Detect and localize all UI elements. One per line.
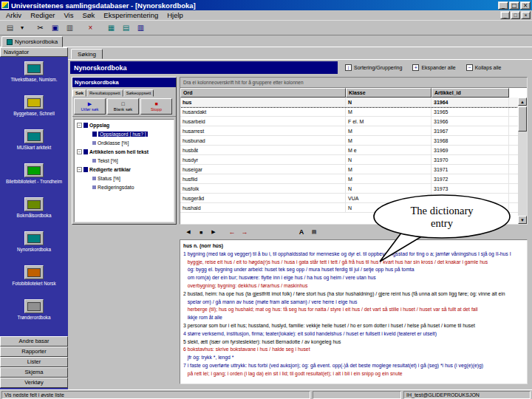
table-row[interactable]: husandaktM31965 [180, 107, 518, 117]
clear-search-button[interactable]: □ Blank søk [107, 98, 139, 115]
menu-item[interactable]: Arkiv [1, 10, 26, 20]
tab-soking[interactable]: Søking [71, 49, 103, 59]
table-row[interactable]: husbunadM31968 [180, 136, 518, 146]
scrollbar-thumb[interactable] [518, 106, 527, 132]
field-icon [83, 149, 88, 154]
menu-item[interactable]: Eksperimentering [99, 10, 163, 20]
maximize-button[interactable]: □ [509, 1, 519, 10]
tab-nynorskordboka[interactable]: Nynorskordboka [1, 36, 63, 47]
prev-entry-icon[interactable]: ← [226, 227, 238, 237]
navigator-item[interactable]: Tilvekstbase, Numism. [0, 59, 68, 93]
search-panel: Nynorskordboka SøkResultatoppsettSøkeopp… [72, 77, 177, 225]
table-row[interactable]: husgerådVUA31974 [180, 194, 518, 203]
database-icon [24, 61, 44, 75]
navigator-item[interactable]: Bokmålsordboka [0, 195, 68, 229]
column-view-icon[interactable]: ▤ [119, 21, 133, 34]
navigator-item[interactable]: MUSkart arkitekt [0, 127, 68, 161]
tree-item-label: Oppslag [89, 123, 109, 128]
table-row[interactable]: husbåtM e31969 [180, 146, 518, 155]
tree-item[interactable]: − Tekst [%] [75, 156, 173, 165]
table-row[interactable]: husarrestM31967 [180, 126, 518, 136]
tree-item[interactable]: − Ordklasse [%] [75, 138, 173, 147]
next-entry-icon[interactable]: → [239, 227, 250, 237]
collapse-all-button[interactable]: − Kollaps alle [462, 63, 506, 72]
menus: ArkivRedigerVisSøkEksperimenteringHjelp [1, 10, 188, 20]
column-header[interactable]: Artikkel_id [432, 88, 509, 98]
sort-group-button[interactable]: ↕ Sortering/Gruppering [341, 63, 406, 72]
table-row[interactable]: huseigarM31971 [180, 165, 518, 174]
navigator-item[interactable]: Nynorskordboka [0, 229, 68, 263]
database-icon [24, 265, 44, 279]
header-button-label: Sortering/Gruppering [354, 65, 402, 70]
run-search-button[interactable]: ▶ Utfør søk [74, 98, 106, 115]
new-record-icon[interactable]: ▤ [3, 21, 17, 34]
child-restore-button[interactable]: □ [511, 11, 520, 19]
child-close-button[interactable]: × [521, 11, 531, 19]
table-row[interactable]: husarbeidF el. M31966 [180, 117, 518, 126]
menu-item[interactable]: Rediger [26, 10, 59, 20]
tree-item-label: Oppslagsord [ hus? ] [98, 132, 148, 137]
table-row[interactable]: husfolkN31973 [180, 184, 518, 194]
search-panel-tab[interactable]: Resultatoppsett [86, 89, 123, 97]
entry-line: overbygning; bygning: dekkhus / førarhus… [183, 282, 524, 290]
table-row[interactable]: husdyrN31970 [180, 155, 518, 165]
entry-line: om rom(a) der ein bur; husvære: flytte i… [183, 274, 524, 282]
tree-item[interactable]: − Redigerte artiklar [75, 165, 173, 174]
navigator-item-label: Biletbiblioteket - Trondheim [1, 179, 66, 185]
search-panel-tab[interactable]: Søk [72, 89, 86, 97]
tree-item[interactable]: − Redigeringsdato [75, 183, 173, 191]
scroll-up-icon[interactable]: ▲ [518, 98, 527, 106]
mdi-buttons: _□× [499, 11, 531, 19]
scroll-down-icon[interactable]: ▼ [518, 216, 527, 224]
paste-icon[interactable]: ▥ [63, 21, 77, 34]
results-body: husN31964 husandaktM31965 husarbeidF el.… [180, 98, 518, 224]
app-icon [1, 1, 9, 9]
search-panel-buttons: ▶ Utfør søk □ Blank søk ■ Stopp [72, 97, 176, 117]
next-record-icon[interactable]: ▶ [208, 227, 219, 237]
minimize-button[interactable]: _ [498, 1, 508, 10]
table-row[interactable]: hushaldN31975 [180, 203, 518, 213]
navigator-band-button[interactable]: Rapporter [0, 347, 68, 357]
database-icon [24, 197, 44, 211]
group-by-hint[interactable]: Dra ei kolonneoverskrift hit for å grupp… [180, 78, 527, 88]
delete-icon[interactable]: × [83, 21, 98, 34]
navigator-item[interactable]: Trønderordboka [0, 297, 68, 331]
child-minimize-button[interactable]: _ [500, 11, 510, 19]
tree-item[interactable]: − Oppslagsord [ hus? ] [75, 129, 173, 138]
table-row[interactable]: husN31964 [180, 98, 518, 107]
navigator-band-button[interactable]: Verktøy [0, 378, 68, 388]
menu-item[interactable]: Søk [78, 10, 99, 20]
stop-search-button[interactable]: ■ Stopp [140, 98, 172, 115]
collapse-icon[interactable]: − [77, 149, 82, 154]
new-dropdown-icon[interactable]: ▾ [18, 21, 27, 34]
navigator-item[interactable]: Biletbiblioteket - Trondheim [0, 161, 68, 195]
stop-record-icon[interactable]: ■ [195, 227, 207, 237]
navigator-band-button[interactable]: Andre basar [0, 336, 68, 347]
navigator-item-label: Byggebase, Schnell [1, 111, 66, 117]
column-header[interactable]: Ord [180, 88, 346, 98]
table-row[interactable]: husflidM31972 [180, 174, 518, 184]
tree-item[interactable]: − Status [%] [75, 174, 173, 183]
font-icon[interactable]: A [296, 227, 307, 237]
navigator-band-button[interactable]: Lister [0, 357, 68, 367]
close-button[interactable]: × [520, 1, 531, 10]
tree-item[interactable]: − Oppslag [75, 120, 173, 129]
form-view-icon[interactable]: ▥ [134, 21, 148, 34]
menu-item[interactable]: Hjelp [163, 10, 188, 20]
prev-record-icon[interactable]: ◀ [183, 227, 194, 237]
results-scrollbar[interactable]: ▲ ▼ [518, 98, 527, 224]
cut-icon[interactable]: ✂ [33, 21, 47, 34]
print-icon[interactable]: ▤ [308, 227, 320, 237]
search-panel-tab[interactable]: Søkeoppsett [123, 89, 154, 97]
copy-icon[interactable]: ▣ [48, 21, 62, 34]
tree-item[interactable]: − Artikkelen som heil tekst [75, 147, 173, 156]
navigator-item[interactable]: Byggebase, Schnell [0, 93, 68, 127]
collapse-icon[interactable]: − [77, 167, 82, 172]
menu-item[interactable]: Vis [59, 10, 78, 20]
collapse-icon[interactable]: − [77, 123, 82, 128]
navigator-item[interactable]: Fotobiblioteket Norsk [0, 263, 68, 297]
column-header[interactable]: Klasse [346, 88, 432, 98]
navigator-band-button[interactable]: Skjema [0, 367, 68, 378]
expand-all-button[interactable]: + Ekspander alle [408, 63, 460, 72]
grid-view-icon[interactable]: ▦ [104, 21, 118, 34]
